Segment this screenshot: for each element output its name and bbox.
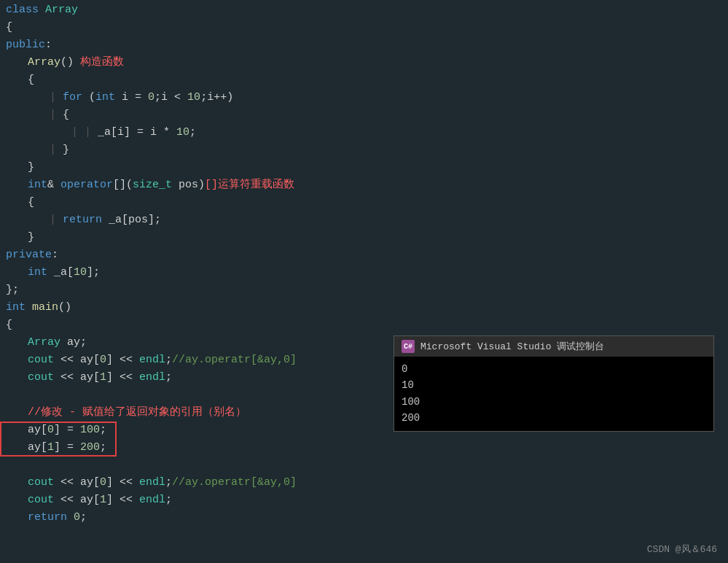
code-line-1: class Array (0, 1, 728, 19)
vs-logo-icon: C# (402, 340, 415, 353)
code-line-14: } (0, 229, 728, 246)
code-line-19: { (0, 317, 728, 334)
code-line-15: private: (0, 246, 728, 264)
code-line-3: public: (0, 36, 728, 54)
code-line-2: { (0, 19, 728, 36)
code-line-12: { (0, 194, 728, 211)
code-line-7: | { (0, 106, 728, 124)
vs-console-titlebar: C# Microsoft Visual Studio 调试控制台 (394, 336, 713, 357)
code-line-17: }; (0, 282, 728, 299)
code-line-6: | for (int i = 0;i < 10;i++) (0, 89, 728, 106)
code-line-11: int& operator[](size_t pos)[]运算符重载函数 (0, 176, 728, 194)
console-output-line-4: 200 (402, 410, 706, 426)
vs-console-window: C# Microsoft Visual Studio 调试控制台 0 10 10… (394, 335, 714, 432)
class-name: Array (45, 1, 78, 19)
vs-console-title-text: Microsoft Visual Studio 调试控制台 (420, 340, 604, 353)
console-output-line-1: 0 (402, 361, 706, 377)
vs-console-body: 0 10 100 200 (394, 357, 713, 431)
code-editor: class Array { public: Array() 构造函数 { | f… (0, 0, 728, 563)
code-line-29: cout << ay[1] << endl; (0, 492, 728, 509)
csdn-watermark: CSDN @风＆646 (647, 543, 717, 556)
code-line-9: | } (0, 141, 728, 159)
code-line-16: int _a[10]; (0, 264, 728, 282)
console-output-line-2: 10 (402, 377, 706, 393)
code-line-8: | | _a[i] = i * 10; (0, 124, 728, 141)
code-line-30: return 0; (0, 509, 728, 527)
console-output-line-3: 100 (402, 394, 706, 410)
code-line-28: cout << ay[0] << endl;//ay.operatr[&ay,0… (0, 474, 728, 492)
code-line-27 (0, 457, 728, 474)
code-line-10: } (0, 159, 728, 176)
code-line-26: ay[1] = 200; (0, 439, 728, 457)
code-line-18: int main() (0, 299, 728, 317)
code-line-5: { (0, 71, 728, 89)
keyword-class: class (6, 1, 45, 19)
code-line-4: Array() 构造函数 (0, 54, 728, 71)
code-line-13: | return _a[pos]; (0, 211, 728, 229)
